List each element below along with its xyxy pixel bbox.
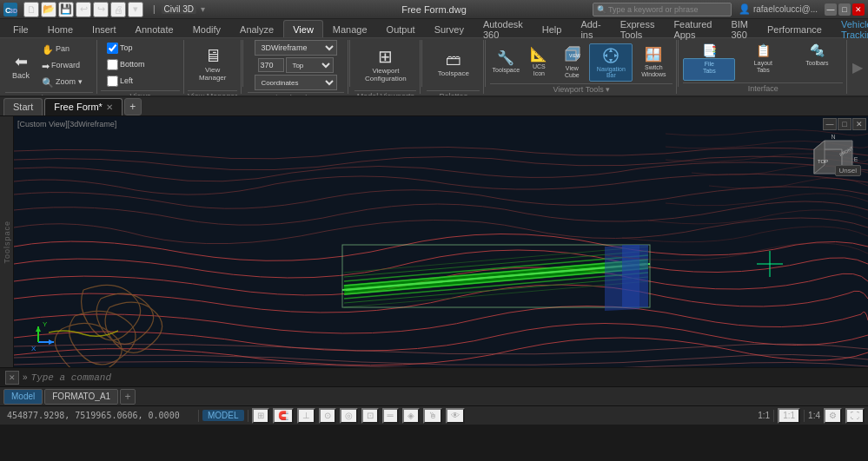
view-bottom-btn[interactable]: Bottom [103, 56, 177, 72]
status-sep3 [773, 410, 774, 422]
tab-expresstools[interactable]: Express Tools [611, 20, 665, 37]
views-label: Views [101, 90, 180, 97]
tab-bim360[interactable]: BIM 360 [721, 20, 758, 37]
selection-btn[interactable]: 🖱 [423, 408, 442, 424]
coord-select[interactable]: Coordinates [255, 75, 337, 90]
fullscreen-btn[interactable]: ⛶ [845, 408, 865, 424]
layout-tabs-btn[interactable]: LayoutTabs [737, 58, 789, 81]
view-select2[interactable]: Top Front Left [286, 57, 334, 73]
status-sep1 [198, 410, 199, 422]
palettes-btn[interactable]: 🗃 Toolspace [434, 40, 473, 89]
tab-featuredapps[interactable]: Featured Apps [664, 20, 721, 37]
view-top-btn[interactable]: Top [103, 40, 177, 56]
quick-access-toolbar: 🗋 📂 💾 ↩ ↪ 🖨 ▾ [20, 2, 147, 17]
switch-windows-btn[interactable]: 🪟 SwitchWindows [634, 43, 673, 80]
navigation-bar-btn[interactable]: NavigationBar [589, 43, 633, 82]
zoom-btn[interactable]: 🔍 Zoom ▾ [38, 75, 90, 90]
svg-text:E: E [854, 156, 858, 162]
layout-tabs: Model FORMATO_A1 + [0, 386, 868, 405]
command-area: ✕ » [0, 367, 868, 386]
divider4 [485, 40, 486, 87]
model-layout-tab[interactable]: Model [3, 389, 43, 405]
close-button[interactable]: ✕ [852, 3, 865, 16]
toolbars-btn[interactable]: Toolbars [791, 58, 843, 81]
command-input[interactable] [31, 372, 863, 383]
start-tab[interactable]: Start [3, 98, 43, 115]
view-left-btn[interactable]: Left [103, 73, 177, 89]
tab-autodesk360[interactable]: Autodesk 360 [474, 20, 533, 37]
visual-style-select[interactable]: 3DWireframe Wireframe Hidden Realistic C… [255, 40, 337, 56]
palettes-label: Palettes [427, 90, 480, 97]
tab-view[interactable]: View [283, 20, 323, 37]
toolspace-text: Toolspace [3, 221, 11, 264]
redo-btn[interactable]: ↪ [93, 2, 109, 17]
command-prompt: » [23, 372, 28, 382]
tab-modify[interactable]: Modify [183, 20, 230, 37]
save-btn[interactable]: 💾 [58, 2, 74, 17]
view-cube-overlay[interactable]: TOP FRONT N E [807, 134, 859, 186]
tab-insert[interactable]: Insert [83, 20, 126, 37]
transparency-btn[interactable]: ◈ [402, 408, 420, 424]
tab-file[interactable]: File [3, 20, 38, 37]
forward-btn[interactable]: ➡ Forward [38, 58, 90, 74]
view-cube-btn[interactable]: VIEW ViewCube [556, 43, 587, 80]
viewport-tools-group: 🔧 Toolspace 📐 UCSIcon VIEW ViewCube [487, 40, 677, 94]
zoom-value-input[interactable] [258, 58, 284, 72]
title-bar-controls: 🔍 Type a keyword or phrase 👤 rafaelcoluc… [593, 3, 865, 16]
new-drawing-tab-btn[interactable]: + [124, 98, 142, 115]
new-file-btn[interactable]: 🗋 [23, 2, 39, 17]
snap-btn[interactable]: 🧲 [273, 408, 294, 424]
tab-performance[interactable]: Performance [758, 20, 832, 37]
svg-text:VIEW: VIEW [569, 53, 580, 58]
plot-btn[interactable]: 🖨 [110, 2, 126, 17]
back-btn[interactable]: ⬅ Back [5, 43, 36, 89]
viewport-config-btn[interactable]: ⊞ ViewportConfiguration [361, 40, 410, 89]
canvas-area[interactable]: [Custom View][3dWireframe] — □ ✕ [14, 116, 868, 367]
search-box[interactable]: 🔍 Type a keyword or phrase [593, 3, 732, 16]
tab-survey[interactable]: Survey [425, 20, 474, 37]
pan-btn[interactable]: ✋ Pan [38, 42, 90, 57]
freeform-tab[interactable]: Free Form* ✕ [44, 98, 123, 115]
formato-layout-tab[interactable]: FORMATO_A1 [44, 389, 118, 405]
canvas-minimize-btn[interactable]: — [823, 118, 837, 130]
annotation-scale-btn[interactable]: 1:1 [778, 408, 800, 424]
tab-home[interactable]: Home [38, 20, 83, 37]
ucs-icon-btn[interactable]: 📐 UCSIcon [523, 43, 554, 80]
svg-rect-10 [14, 116, 868, 367]
toolspace-bar: Toolspace [0, 116, 14, 367]
qa-dropdown[interactable]: ▾ [128, 2, 143, 17]
tab-manage[interactable]: Manage [323, 20, 377, 37]
username-label: rafaelcolucci@... [753, 4, 818, 14]
workspace-btn[interactable]: ⚙ [824, 408, 842, 424]
annotmonitor-btn[interactable]: 👁 [446, 408, 465, 424]
view-manager-btn[interactable]: 🖥 ViewManager [195, 40, 230, 89]
tab-addins[interactable]: Add-ins [571, 20, 610, 37]
tab-analyze[interactable]: Analyze [230, 20, 283, 37]
otrack-btn[interactable]: ⊡ [361, 408, 379, 424]
undo-btn[interactable]: ↩ [76, 2, 91, 17]
open-file-btn[interactable]: 📂 [41, 2, 56, 17]
model-space-btn[interactable]: MODEL [202, 410, 244, 421]
ortho-btn[interactable]: ⊥ [297, 408, 315, 424]
tab-help[interactable]: Help [533, 20, 572, 37]
tab-annotate[interactable]: Annotate [126, 20, 183, 37]
file-tabs-btn[interactable]: FileTabs [683, 58, 735, 81]
viewmanager-group: 🖥 ViewManager View Manager [184, 40, 242, 94]
app-icon: C 3D [3, 3, 17, 16]
app-name-label: Civil 3D [162, 4, 196, 14]
toolspace-btn[interactable]: 🔧 Toolspace [490, 43, 521, 80]
ribbon-collapse-btn[interactable]: ▶ [849, 40, 866, 94]
lineweight-btn[interactable]: ═ [382, 408, 399, 424]
canvas-close-btn[interactable]: ✕ [852, 118, 866, 130]
add-layout-tab-btn[interactable]: + [120, 389, 136, 405]
cmd-close-btn[interactable]: ✕ [5, 371, 19, 385]
tab-output[interactable]: Output [377, 20, 425, 37]
grid-btn[interactable]: ⊞ [252, 408, 269, 424]
maximize-button[interactable]: □ [838, 3, 851, 16]
tab-vehicletracking[interactable]: Vehicle Tracking [832, 20, 868, 37]
close-freeform-tab[interactable]: ✕ [106, 102, 113, 112]
canvas-restore-btn[interactable]: □ [838, 118, 851, 130]
minimize-button[interactable]: — [825, 3, 837, 16]
osnap-btn[interactable]: ◎ [340, 408, 358, 424]
polar-btn[interactable]: ⊙ [319, 408, 336, 424]
